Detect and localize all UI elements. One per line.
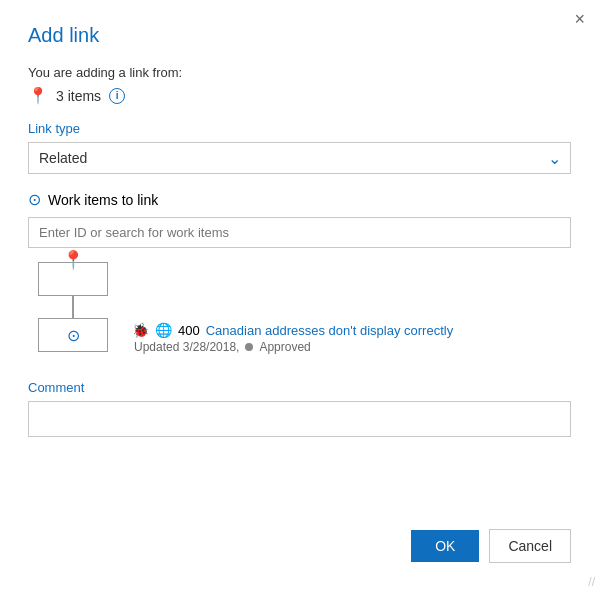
tree-area: 📍 ⊙ 🐞 🌐 400 Canadian addresses don't dis… [28, 262, 571, 362]
work-items-label: Work items to link [48, 192, 158, 208]
result-title-link[interactable]: Canadian addresses don't display correct… [206, 323, 453, 338]
tree-child-target-icon: ⊙ [67, 326, 80, 345]
close-button[interactable]: × [574, 10, 585, 28]
approved-dot-icon [245, 343, 253, 351]
info-icon[interactable]: i [109, 88, 125, 104]
add-link-dialog: × Add link You are adding a link from: 📍… [0, 0, 599, 593]
link-type-wrapper: Related Parent Child Duplicate Predecess… [28, 142, 571, 174]
bug-icon: 🐞 [132, 322, 149, 338]
dialog-title: Add link [28, 24, 571, 47]
result-line2: Updated 3/28/2018, Approved [132, 340, 453, 354]
source-label: You are adding a link from: [28, 65, 571, 80]
result-updated: Updated 3/28/2018, [134, 340, 239, 354]
comment-input[interactable] [28, 401, 571, 437]
globe-icon: 🌐 [155, 322, 172, 338]
result-line1: 🐞 🌐 400 Canadian addresses don't display… [132, 322, 453, 338]
footer: OK Cancel [28, 529, 571, 569]
tree-child-node: ⊙ [38, 318, 108, 352]
target-icon: ⊙ [28, 190, 41, 209]
resize-handle-icon: // [588, 575, 595, 589]
search-input[interactable] [28, 217, 571, 248]
comment-label: Comment [28, 380, 571, 395]
items-count: 3 items [56, 88, 101, 104]
items-row: 📍 3 items i [28, 86, 571, 105]
link-type-label: Link type [28, 121, 571, 136]
tree-result: 🐞 🌐 400 Canadian addresses don't display… [132, 322, 453, 356]
work-items-label-row: ⊙ Work items to link [28, 190, 571, 209]
tree-parent-node: 📍 [38, 262, 108, 296]
cancel-button[interactable]: Cancel [489, 529, 571, 563]
tree-connector [72, 296, 74, 318]
link-type-select[interactable]: Related Parent Child Duplicate Predecess… [28, 142, 571, 174]
result-id: 400 [178, 323, 200, 338]
result-status: Approved [259, 340, 310, 354]
ok-button[interactable]: OK [411, 530, 479, 562]
pin-icon: 📍 [28, 86, 48, 105]
tree-parent-pin-icon: 📍 [62, 249, 84, 271]
tree-diagram: 📍 ⊙ [28, 262, 118, 352]
